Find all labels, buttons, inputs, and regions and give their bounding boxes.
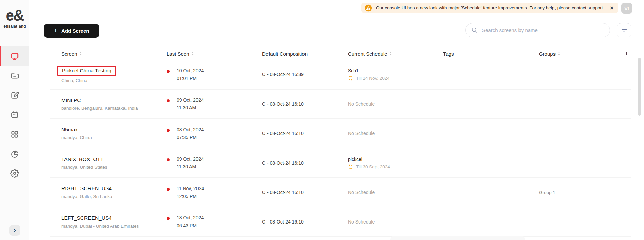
sort-icon[interactable]: [192, 52, 194, 56]
no-schedule-label: No Schedule: [348, 190, 443, 195]
column-header-last-seen[interactable]: Last Seen: [167, 51, 262, 57]
column-header-tags: Tags: [443, 51, 539, 57]
table-row[interactable]: N5max mandya, China 08 Oct, 2024 07:35 P…: [50, 119, 631, 148]
gear-icon: [10, 169, 19, 178]
filter-button[interactable]: [617, 23, 631, 37]
screens-console-page: e& etisalat and: [0, 0, 644, 240]
table-row[interactable]: TANIX_BOX_OTT mandya, United States 09 O…: [50, 148, 631, 178]
screen-name[interactable]: TANIX_BOX_OTT: [61, 156, 103, 162]
calendar-icon: [10, 110, 19, 119]
sidebar-item-apps[interactable]: [0, 125, 29, 144]
screen-name[interactable]: N5max: [61, 127, 78, 133]
sidebar-item-settings[interactable]: [0, 164, 29, 183]
status-dot-icon: [167, 70, 170, 73]
add-screen-button[interactable]: + Add Screen: [44, 24, 99, 38]
status-dot-icon: [167, 129, 170, 132]
schedule-till: Till 14 Nov, 2024: [356, 76, 390, 81]
scrollbar-thumb[interactable]: [638, 58, 641, 116]
search-input[interactable]: [482, 23, 610, 37]
column-header-current-schedule[interactable]: Current Schedule: [348, 51, 443, 57]
sidebar: e& etisalat and: [0, 0, 29, 240]
schedule-name: pickcel: [348, 157, 443, 162]
group-name: Group 1: [539, 190, 624, 195]
screen-location: mandya, Galle, Sri Lanka: [61, 194, 167, 199]
sidebar-nav: [0, 46, 29, 183]
last-seen-time: 11:30 AM: [177, 164, 204, 169]
plus-icon: +: [54, 28, 58, 34]
last-seen-time: 01:01 PM: [177, 76, 204, 81]
add-column-button[interactable]: +: [624, 50, 628, 57]
screen-name[interactable]: MINI PC: [61, 97, 81, 103]
last-seen-date: 08 Oct, 2024: [177, 127, 204, 132]
default-composition: C - 08-Oct-24 16:10: [262, 131, 348, 136]
apps-grid-icon: [10, 130, 19, 139]
last-seen-date: 09 Oct, 2024: [177, 97, 204, 103]
sidebar-item-screens[interactable]: [0, 46, 29, 66]
brand-tagline: etisalat and: [0, 24, 29, 29]
filter-icon: [621, 27, 628, 34]
add-screen-label: Add Screen: [61, 28, 89, 34]
warning-icon: [365, 4, 372, 12]
screen-name[interactable]: RIGHT_SCREN_US4: [61, 185, 112, 192]
last-seen-date: 10 Oct, 2024: [177, 68, 204, 73]
screen-location: China, China: [61, 78, 167, 83]
table-body: Pickcel China Testing China, China 10 Oc…: [50, 60, 631, 237]
no-schedule-label: No Schedule: [348, 131, 443, 136]
tags-cell: [443, 90, 539, 119]
avatar[interactable]: VI: [621, 3, 632, 14]
last-seen-time: 06:43 PM: [177, 223, 204, 228]
tags-cell: [443, 207, 539, 237]
recurring-icon: [348, 164, 353, 169]
sidebar-item-reports[interactable]: [0, 144, 29, 164]
search-bar: [465, 23, 610, 37]
folder-icon: [10, 71, 19, 80]
pie-chart-icon: [10, 149, 19, 158]
monitor-icon: [10, 52, 19, 61]
sidebar-collapse-button[interactable]: [9, 225, 20, 236]
sort-icon[interactable]: [390, 52, 392, 56]
default-composition: C - 08-Oct-24 16:10: [262, 219, 348, 225]
screen-name[interactable]: LEFT_SCREEN_US4: [61, 215, 112, 221]
last-seen-date: 09 Oct, 2024: [177, 156, 204, 162]
status-dot-icon: [167, 158, 170, 161]
screen-name[interactable]: Pickcel China Testing: [57, 66, 116, 76]
table-header-row: Screen Last Seen Default Composition Cur…: [50, 47, 631, 60]
default-composition: C - 08-Oct-24 16:10: [262, 101, 348, 107]
sidebar-item-schedules[interactable]: [0, 105, 29, 125]
sidebar-item-media[interactable]: [0, 66, 29, 85]
last-seen-time: 12:05 PM: [177, 194, 204, 199]
table-row[interactable]: RIGHT_SCREN_US4 mandya, Galle, Sri Lanka…: [50, 178, 631, 207]
schedule-till: Till 30 Sep, 2024: [356, 164, 390, 169]
chevron-right-icon: [12, 228, 17, 233]
banner-text: Our console UI has a new look with major…: [376, 5, 604, 10]
screen-location: mandya, China: [61, 135, 167, 140]
sort-icon[interactable]: [558, 52, 560, 56]
status-dot-icon: [167, 99, 170, 102]
schedule-name: Sch1: [348, 68, 443, 73]
no-schedule-label: No Schedule: [348, 101, 443, 107]
close-icon[interactable]: ✕: [610, 5, 614, 11]
sort-icon[interactable]: [80, 52, 82, 56]
table-row[interactable]: MINI PC bandlore, Bengaluru, Karnataka, …: [50, 90, 631, 119]
column-header-screen[interactable]: Screen: [50, 51, 167, 57]
hidden-panel-edge: [390, 236, 525, 240]
recurring-icon: [348, 76, 353, 81]
screen-location: bandlore, Bengaluru, Karnataka, India: [61, 106, 167, 111]
column-header-groups[interactable]: Groups: [539, 51, 624, 57]
last-seen-date: 18 Oct, 2024: [177, 215, 204, 220]
screen-location: mandya, United States: [61, 165, 167, 170]
brand-logo: e& etisalat and: [0, 7, 29, 29]
default-composition: C - 08-Oct-24 16:10: [262, 160, 348, 166]
tags-cell: [443, 148, 539, 178]
content-right-border: [642, 0, 642, 240]
sidebar-item-compositions[interactable]: [0, 85, 29, 105]
table-row[interactable]: Pickcel China Testing China, China 10 Oc…: [50, 60, 631, 90]
search-icon: [471, 27, 478, 33]
screens-table: Screen Last Seen Default Composition Cur…: [50, 47, 631, 237]
status-dot-icon: [167, 188, 170, 191]
table-row[interactable]: LEFT_SCREEN_US4 mandya, Dubai - United A…: [50, 207, 631, 237]
no-schedule-label: No Schedule: [348, 219, 443, 225]
status-dot-icon: [167, 217, 170, 220]
default-composition: C - 08-Oct-24 16:10: [262, 190, 348, 195]
brand-logo-text: e&: [0, 7, 29, 24]
